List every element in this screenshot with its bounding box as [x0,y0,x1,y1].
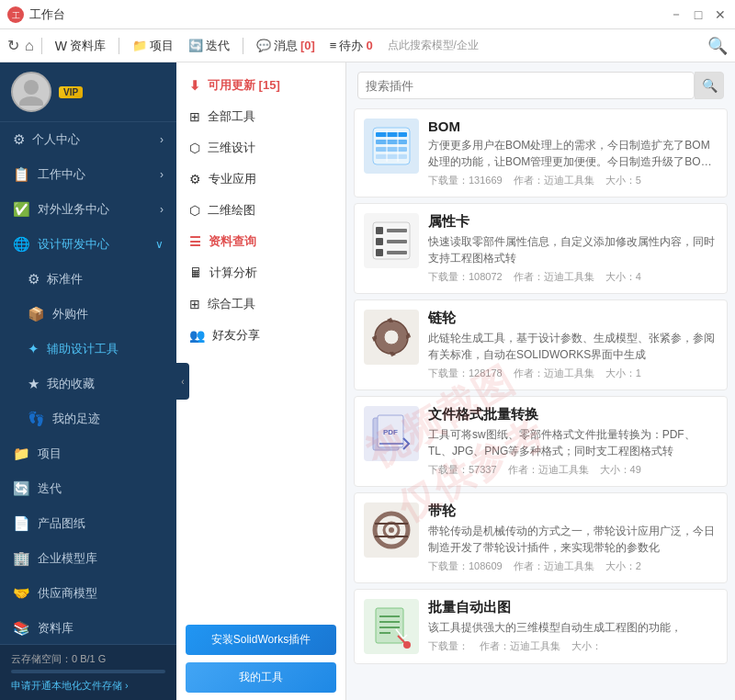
plugin-search-input[interactable] [357,72,695,99]
sidebar-label-enterprise: 企业模型库 [38,550,97,567]
plugin-item-batch-convert[interactable]: PDF 文件格式批量转换 工具可将sw图纸、零部件格式文件批量转换为：PDF、T… [354,396,728,487]
refresh-icon[interactable]: ↻ [7,37,19,54]
home-icon[interactable]: ⌂ [25,38,34,54]
friend-share-icon: 👥 [189,328,205,343]
pulley-size: 大小：2 [605,559,641,573]
sidebar-label-personal: 个人中心 [32,131,80,148]
work-center-icon: 📋 [13,166,30,183]
plugin-name-sprocket: 链轮 [428,310,718,327]
library-button[interactable]: W 资料库 [50,35,111,57]
message-label: 消息 [274,38,298,54]
toolbar-divider-3 [243,38,243,54]
middle-panel-item-data-query[interactable]: ☰ 资料查询 [176,226,345,257]
sidebar-item-iterate[interactable]: 🔄 迭代 [0,471,176,506]
titlebar-controls: － □ ✕ [669,7,728,22]
project-nav-icon: 📁 [13,446,30,462]
enterprise-model-icon: 🏢 [13,550,30,567]
plugin-list: BOM 方便更多用户在BOM处理上的需求，今日制造扩充了BOM处理的功能，让BO… [346,108,735,700]
sidebar-footer: 云存储空间：0 B/1 G 申请开通本地化文件存储 › [0,644,176,700]
supplier-model-icon: 🤝 [13,585,30,602]
plugin-info-bom: BOM 方便更多用户在BOM处理上的需求，今日制造扩充了BOM处理的功能，让BO… [428,119,718,187]
design-tools-icon: ✦ [28,341,40,357]
svg-point-19 [384,330,399,344]
plugin-name-property: 属性卡 [428,213,718,231]
footprint-icon: 👣 [28,411,45,427]
plugin-item-auto-drawing[interactable]: 批量自动出图 该工具提供强大的三维模型自动生成工程图的功能， 下载量： 作者：迈… [354,589,728,664]
middle-panel-item-friend-share[interactable]: 👥 好友分享 [176,320,345,351]
todo-badge: 0 [366,39,372,52]
titlebar-left: 工 工作台 [7,6,65,23]
plugin-meta-property: 下载量：108072 作者：迈迪工具集 大小：4 [428,270,718,284]
svg-point-3 [19,96,43,106]
todo-button[interactable]: ≡ 待办 0 [324,35,379,57]
sidebar-item-library[interactable]: 📚 资料库 [0,611,176,644]
svg-point-2 [24,80,39,95]
search-hint[interactable]: 点此搜索模型/企业 [382,35,484,56]
install-solidworks-button[interactable]: 安装SolidWorks插件 [186,625,336,655]
property-size: 大小：4 [605,270,641,284]
minimize-button[interactable]: － [669,7,684,22]
sidebar-label-iterate: 迭代 [38,480,62,497]
plugin-name-bom: BOM [428,119,718,134]
all-tools-icon: ⊞ [189,109,200,124]
plugin-search-button[interactable]: 🔍 [695,72,724,99]
svg-rect-12 [376,227,383,234]
calc-label: 计算分析 [209,265,257,281]
sidebar-item-design-tools[interactable]: ✦ 辅助设计工具 [0,332,176,367]
sprocket-author: 作者：迈迪工具集 [514,367,594,380]
sidebar-item-design-center[interactable]: 🌐 设计研发中心 ∨ [0,227,176,262]
middle-panel-item-3d-design[interactable]: ⬡ 三维设计 [176,132,345,164]
sidebar-item-standard-parts[interactable]: ⚙ 标准件 [0,262,176,297]
project-button[interactable]: 📁 项目 [127,35,179,57]
sidebar-item-supplier-model[interactable]: 🤝 供应商模型 [0,576,176,611]
plugin-thumb-sprocket [364,310,419,365]
plugin-item-bom[interactable]: BOM 方便更多用户在BOM处理上的需求，今日制造扩充了BOM处理的功能，让BO… [354,108,728,198]
close-button[interactable]: ✕ [713,7,728,22]
message-button[interactable]: 💬 消息 [0] [251,35,321,57]
data-query-label: 资料查询 [209,233,256,250]
svg-rect-13 [387,229,407,232]
storage-link[interactable]: 申请开通本地化文件存储 › [11,679,165,693]
titlebar-title: 工作台 [29,6,65,23]
sidebar: VIP ⚙ 个人中心 › 📋 工作中心 › ✅ 对外业务中心 › 🌐 设计研发中… [0,62,176,700]
work-center-arrow: › [160,168,164,181]
middle-panel-item-all-tools[interactable]: ⊞ 全部工具 [176,101,345,132]
middle-panel-item-integrated-tools[interactable]: ⊞ 综合工具 [176,288,345,320]
toolbar-search[interactable]: 🔍 [707,36,728,56]
middle-panel-item-2d-drawing[interactable]: ⬡ 二维绘图 [176,195,345,226]
plugin-thumb-pulley [364,502,419,558]
middle-panel-item-updates[interactable]: ⬇ 可用更新 [15] [176,70,345,101]
middle-panel-item-calc[interactable]: 🖩 计算分析 [176,257,345,288]
sidebar-item-footprint[interactable]: 👣 我的足迹 [0,401,176,436]
sprocket-size: 大小：1 [605,367,641,380]
svg-rect-17 [387,251,407,254]
pulley-author: 作者：迈迪工具集 [514,559,594,573]
3d-design-icon: ⬡ [189,141,200,155]
sidebar-item-personal-center[interactable]: ⚙ 个人中心 › [0,122,176,157]
todo-label: 待办 [339,38,363,54]
sidebar-item-favorites[interactable]: ★ 我的收藏 [0,367,176,401]
vip-badge: VIP [59,86,83,98]
batch-author: 作者：迈迪工具集 [508,463,589,477]
my-tools-button[interactable]: 我的工具 [186,662,336,693]
sidebar-item-work-center[interactable]: 📋 工作中心 › [0,157,176,192]
sidebar-label-library: 资料库 [38,620,74,637]
sidebar-label-supplier: 供应商模型 [38,585,97,602]
avatar[interactable] [11,72,51,112]
plugin-item-pulley[interactable]: 带轮 带轮传动是机械传动的方式之一，带轮设计应用广泛，今日制造开发了带轮设计插件… [354,492,728,583]
maximize-button[interactable]: □ [691,7,706,22]
toolbar-nav: ↻ ⌂ [7,37,34,54]
plugin-item-property-card[interactable]: 属性卡 快速读取零部件属性信息，自定义添加修改属性内容，同时支持工程图格式转 下… [354,203,728,294]
sidebar-item-purchased-parts[interactable]: 📦 外购件 [0,297,176,332]
sidebar-item-project[interactable]: 📁 项目 [0,436,176,471]
sidebar-item-product-drawings[interactable]: 📄 产品图纸 [0,506,176,541]
sidebar-item-external-business[interactable]: ✅ 对外业务中心 › [0,192,176,227]
middle-panel-item-professional-app[interactable]: ⚙ 专业应用 [176,164,345,195]
plugin-info-auto-drawing: 批量自动出图 该工具提供强大的三维模型自动生成工程图的功能， 下载量： 作者：迈… [428,599,718,654]
sidebar-collapse-button[interactable]: ‹ [176,363,189,400]
plugin-desc-property: 快速读取零部件属性信息，自定义添加修改属性内容，同时支持工程图格式转 [428,233,718,266]
iterate-button[interactable]: 🔄 迭代 [183,35,235,57]
sidebar-item-enterprise-model[interactable]: 🏢 企业模型库 [0,541,176,576]
plugin-item-sprocket[interactable]: 链轮 此链轮生成工具，基于设计参数、生成模型、张紧参，参阅有关标准，自动在SOL… [354,299,728,390]
middle-panel-header [176,62,345,70]
